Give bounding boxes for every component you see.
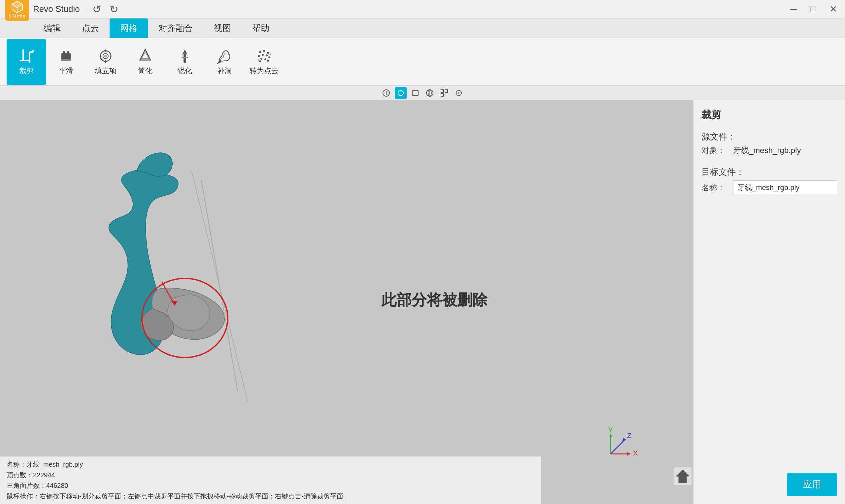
- tool-crop[interactable]: 裁剪: [6, 39, 46, 85]
- tool-fill[interactable]: 补洞: [205, 39, 244, 85]
- svg-point-55: [458, 92, 459, 94]
- svg-rect-12: [61, 59, 71, 61]
- view-cursor-btn[interactable]: [453, 87, 465, 99]
- logo-text: STUdIo: [8, 14, 26, 18]
- minimize-button[interactable]: ─: [787, 3, 800, 16]
- source-section-title: 源文件：: [701, 131, 837, 143]
- menubar: 编辑 点云 网格 对齐融合 视图 帮助: [0, 18, 845, 38]
- svg-text:X: X: [633, 449, 638, 457]
- svg-rect-7: [22, 52, 24, 53]
- svg-rect-5: [20, 60, 30, 61]
- statusbar-filename: 名称：牙线_mesh_rgb.ply: [6, 459, 535, 470]
- redo-button[interactable]: ↻: [108, 3, 121, 16]
- svg-marker-24: [182, 50, 188, 55]
- menu-help[interactable]: 帮助: [242, 18, 280, 38]
- svg-rect-4: [22, 50, 24, 60]
- statusbar-vertices: 顶点数：222944: [6, 470, 535, 480]
- view-add-btn[interactable]: [380, 87, 392, 99]
- tool-sharpen-label: 锐化: [178, 66, 192, 76]
- pointcloud-icon: [256, 48, 272, 64]
- titlebar-left: STUdIo Revo Studio ↺ ↻: [5, 0, 121, 21]
- source-section: 源文件： 对象： 牙线_mesh_rgb.ply: [701, 131, 837, 160]
- tool-smooth-label: 平滑: [59, 66, 73, 76]
- svg-line-28: [217, 61, 220, 64]
- tool-crop-label: 裁剪: [19, 66, 34, 76]
- svg-point-34: [266, 54, 268, 56]
- tool-simplify-label: 简化: [138, 66, 153, 76]
- svg-point-33: [262, 54, 264, 56]
- tool-sharpen[interactable]: 锐化: [165, 39, 205, 85]
- tool-fill-label: 补洞: [217, 66, 232, 76]
- view-toolbar: [0, 86, 845, 100]
- svg-point-37: [264, 58, 266, 60]
- svg-rect-25: [183, 54, 186, 63]
- tool-fill-holes[interactable]: 填立项: [86, 39, 125, 85]
- menu-pointcloud[interactable]: 点云: [71, 18, 110, 38]
- view-rotate-btn[interactable]: [395, 87, 407, 99]
- fill-icon: [216, 48, 232, 64]
- tool-fill-holes-label: 填立项: [95, 66, 117, 76]
- target-name-label: 名称：: [701, 182, 728, 193]
- main-area: X Y Z 此部分将被删除 名称：牙线_mesh_rgb.ply: [0, 100, 845, 504]
- tool-pointcloud-label: 转为点云: [249, 66, 279, 76]
- view-grid-btn[interactable]: [424, 87, 436, 99]
- svg-rect-6: [29, 52, 30, 63]
- tool-smooth[interactable]: 平滑: [46, 39, 86, 85]
- simplify-icon: [137, 48, 153, 64]
- source-object-label: 对象：: [701, 145, 728, 156]
- apply-button[interactable]: 应用: [787, 473, 837, 496]
- panel-title: 裁剪: [701, 108, 837, 122]
- menu-view[interactable]: 视图: [203, 18, 242, 38]
- svg-point-35: [268, 56, 270, 58]
- svg-point-30: [263, 50, 265, 52]
- target-section-title: 目标文件：: [701, 166, 837, 178]
- toolbar: 裁剪 平滑 填立项 简化: [0, 38, 845, 86]
- window-controls: ─ □ ✕: [787, 3, 840, 16]
- svg-text:Y: Y: [608, 426, 613, 434]
- svg-point-36: [261, 58, 262, 60]
- svg-rect-9: [61, 53, 71, 60]
- svg-text:Z: Z: [627, 431, 631, 440]
- target-name-row: 名称：: [701, 180, 837, 195]
- undo-button[interactable]: ↺: [90, 3, 104, 16]
- close-button[interactable]: ✕: [827, 3, 840, 16]
- svg-rect-60: [0, 104, 693, 500]
- maximize-button[interactable]: □: [807, 3, 820, 16]
- svg-rect-51: [441, 90, 444, 92]
- app-title: Revo Studio: [33, 4, 80, 14]
- svg-rect-11: [67, 51, 69, 53]
- svg-point-29: [259, 51, 261, 53]
- view-frame-btn[interactable]: [438, 87, 450, 99]
- source-object-row: 对象： 牙线_mesh_rgb.ply: [701, 145, 837, 156]
- svg-point-38: [259, 60, 261, 62]
- right-panel: 裁剪 源文件： 对象： 牙线_mesh_rgb.ply 目标文件： 名称： 应用: [693, 100, 845, 504]
- statusbar: 名称：牙线_mesh_rgb.ply 顶点数：222944 三角面片数：4462…: [0, 456, 541, 504]
- svg-rect-52: [445, 90, 447, 92]
- viewport[interactable]: X Y Z 此部分将被删除 名称：牙线_mesh_rgb.ply: [0, 100, 693, 504]
- view-rect-btn[interactable]: [409, 87, 421, 99]
- target-name-input[interactable]: [733, 180, 837, 195]
- target-section: 目标文件： 名称：: [701, 166, 837, 199]
- tool-to-pointcloud[interactable]: 转为点云: [244, 39, 284, 85]
- logo-icon: [10, 0, 24, 14]
- menu-mesh[interactable]: 网格: [110, 18, 148, 38]
- svg-rect-46: [412, 91, 418, 95]
- menu-align[interactable]: 对齐融合: [148, 18, 203, 38]
- delete-annotation: 此部分将被删除: [381, 290, 488, 310]
- tool-simplify[interactable]: 简化: [125, 39, 165, 85]
- svg-rect-10: [63, 51, 65, 53]
- svg-point-32: [258, 55, 260, 57]
- crop-icon: [18, 48, 34, 64]
- sharpen-icon: [177, 48, 193, 64]
- statusbar-triangles: 三角面片数：446280: [6, 480, 535, 491]
- svg-point-41: [258, 59, 259, 61]
- smooth-icon: [58, 48, 74, 64]
- svg-point-39: [267, 60, 269, 62]
- menu-edit[interactable]: 编辑: [33, 18, 71, 38]
- svg-point-40: [270, 53, 271, 55]
- source-object-value: 牙线_mesh_rgb.ply: [733, 145, 801, 156]
- svg-rect-53: [441, 94, 444, 96]
- viewport-scene: X Y Z: [0, 100, 693, 504]
- fill-holes-icon: [98, 48, 113, 64]
- statusbar-hint: 鼠标操作：右键按下移动-划分裁剪平面；左键点中裁剪平面并按下拖拽移动-移动裁剪平…: [6, 491, 535, 501]
